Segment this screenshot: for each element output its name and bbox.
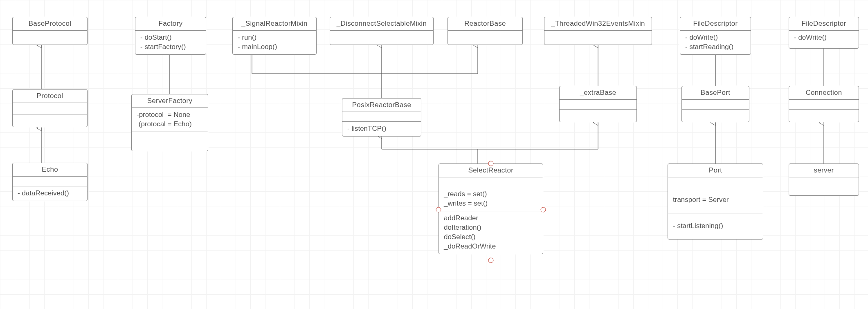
class-title: _extraBase: [560, 86, 636, 100]
member: doIteration(): [444, 224, 481, 231]
member: - mainLoop(): [238, 43, 277, 51]
class-FileDescriptor-left[interactable]: FileDescriptor - doWrite() - startReadin…: [680, 17, 751, 55]
class-Protocol[interactable]: Protocol: [12, 89, 88, 127]
class-title: Echo: [13, 163, 87, 177]
member: - startFactory(): [140, 43, 186, 51]
class-title: server: [789, 164, 859, 177]
class-ThreadedWin32EventsMixin[interactable]: _ThreadedWin32EventsMixin: [544, 17, 652, 45]
member: - doWrite(): [794, 34, 827, 41]
class-title: Factory: [135, 17, 206, 31]
member: (protocal = Echo): [137, 120, 192, 128]
class-title: BasePort: [682, 86, 749, 100]
class-Echo[interactable]: Echo - dataReceived(): [12, 163, 88, 201]
class-ReactorBase[interactable]: ReactorBase: [447, 17, 523, 45]
member: - run(): [238, 34, 256, 41]
resize-handle[interactable]: [541, 207, 546, 213]
member: - startListening(): [673, 222, 723, 230]
class-title: BaseProtocol: [13, 17, 87, 31]
class-PosixReactorBase[interactable]: PosixReactorBase - listenTCP(): [342, 98, 421, 137]
member: - doStart(): [140, 34, 172, 41]
class-BasePort[interactable]: BasePort: [681, 86, 749, 122]
class-title: FileDescriptor: [789, 17, 859, 31]
class-extraBase[interactable]: _extraBase: [559, 86, 637, 122]
class-server[interactable]: server: [789, 163, 859, 196]
class-title: ServerFactory: [132, 94, 208, 108]
class-title: PosixReactorBase: [342, 99, 421, 112]
class-title: _ThreadedWin32EventsMixin: [544, 17, 652, 31]
member: transport = Server: [673, 196, 729, 204]
member: - startReading(): [685, 43, 733, 51]
member: _reads = set(): [444, 190, 487, 198]
member: doSelect(): [444, 233, 475, 241]
class-title: _DisconnectSelectableMixin: [330, 17, 433, 31]
member: _writes = set(): [444, 199, 488, 207]
class-ServerFactory[interactable]: ServerFactory -protocol = None (protocal…: [131, 94, 208, 151]
member: - dataReceived(): [18, 189, 69, 197]
member: - doWrite(): [685, 34, 718, 41]
class-title: Protocol: [13, 90, 87, 103]
class-DisconnectSelectableMixin[interactable]: _DisconnectSelectableMixin: [330, 17, 434, 45]
class-BaseProtocol[interactable]: BaseProtocol: [12, 17, 88, 45]
class-Factory[interactable]: Factory - doStart() - startFactory(): [135, 17, 206, 55]
member: _doReadOrWrite: [444, 242, 496, 250]
class-Connection[interactable]: Connection: [789, 86, 859, 122]
resize-handle[interactable]: [436, 207, 441, 213]
class-title: _SignalReactorMixin: [233, 17, 316, 31]
class-title: Connection: [789, 86, 859, 100]
class-SignalReactorMixin[interactable]: _SignalReactorMixin - run() - mainLoop(): [232, 17, 317, 55]
class-FileDescriptor-right[interactable]: FileDescriptor - doWrite(): [789, 17, 859, 49]
member: -protocol = None: [137, 111, 190, 119]
class-SelectReactor[interactable]: SelectReactor _reads = set() _writes = s…: [438, 163, 543, 254]
resize-handle[interactable]: [488, 161, 494, 166]
class-title: ReactorBase: [448, 17, 522, 31]
class-title: FileDescriptor: [680, 17, 751, 31]
class-Port[interactable]: Port transport = Server - startListening…: [668, 163, 763, 240]
member: - listenTCP(): [347, 125, 386, 132]
member: addReader: [444, 214, 478, 222]
class-title: Port: [668, 164, 763, 177]
resize-handle[interactable]: [488, 258, 494, 263]
